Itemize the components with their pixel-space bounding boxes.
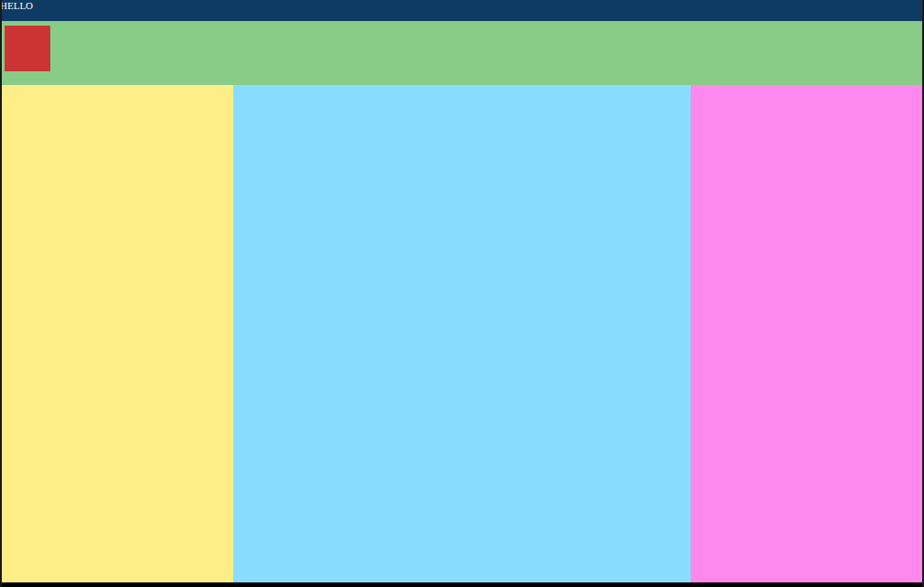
r	[691, 85, 922, 582]
sbl	[0, 0, 2, 587]
w: HELLO	[0, 0, 924, 587]
bar-a: HELLO	[0, 0, 924, 21]
bar-b	[0, 21, 924, 85]
m	[233, 85, 691, 582]
main	[2, 85, 922, 582]
bar-d	[0, 582, 924, 587]
l	[2, 85, 233, 582]
x: HELLO	[0, 0, 33, 21]
